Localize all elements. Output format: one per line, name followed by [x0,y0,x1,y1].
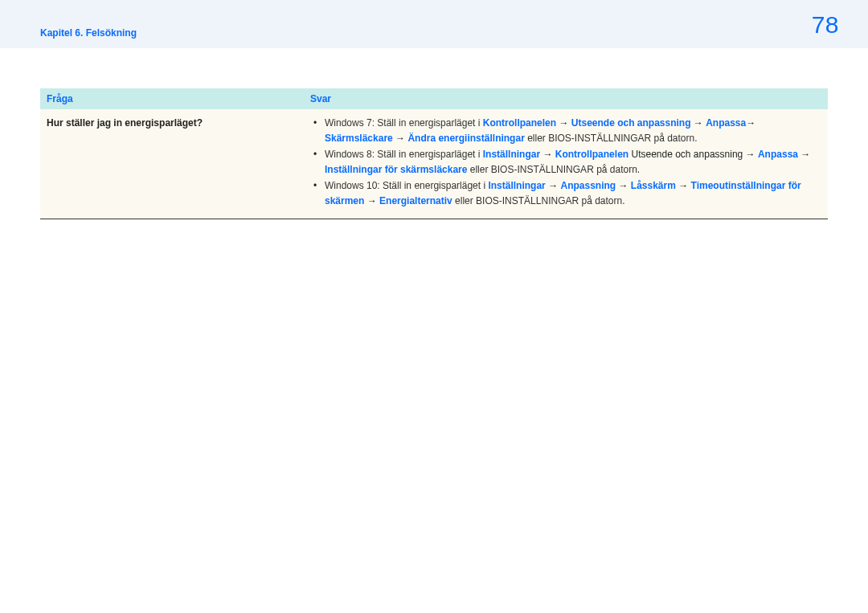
answer-item-win7: Windows 7: Ställ in energisparläget i Ko… [310,116,821,145]
arrow-icon: → [548,180,558,191]
answer-cell: Windows 7: Ställ in energisparläget i Ko… [304,109,828,219]
arrow-icon: → [559,117,568,129]
text: Windows 7: Ställ in energisparläget i [325,117,483,129]
path-step: Skärmsläckare [325,133,393,144]
arrow-icon: → [367,195,377,206]
answer-item-win8: Windows 8: Ställ in energisparläget i In… [310,147,821,177]
col-header-question: Fråga [40,88,304,109]
path-step: Anpassa [706,117,746,129]
path-step: Inställningar [483,149,540,160]
table-row: Hur ställer jag in energisparläget? Wind… [40,109,828,219]
arrow-icon: → [746,117,755,129]
text: Windows 10: Ställ in energisparläget i [325,180,488,191]
arrow-icon: → [800,149,810,160]
header-band: Kapitel 6. Felsökning 78 [0,0,868,48]
col-header-answer: Svar [304,88,828,109]
arrow-icon: → [694,117,703,129]
path-step: Låsskärm [631,180,676,191]
qa-table: Fråga Svar Hur ställer jag in energispar… [40,88,828,219]
arrow-icon: → [395,133,405,144]
text: Windows 8: Ställ in energisparläget i [325,149,483,160]
path-step: Kontrollpanelen [555,149,628,160]
arrow-icon: → [542,149,552,160]
question-cell: Hur ställer jag in energisparläget? [40,109,304,219]
path-step: Energialternativ [379,195,452,206]
path-step: Ändra energiinställningar [407,133,524,144]
answer-list: Windows 7: Ställ in energisparläget i Ko… [310,116,821,209]
path-step: Anpassa [758,149,798,160]
arrow-icon: → [678,180,688,191]
chapter-title: Kapitel 6. Felsökning [40,27,137,39]
path-step: Kontrollpanelen [483,117,556,129]
arrow-icon: → [618,180,628,191]
arrow-icon: → [746,149,755,160]
text: eller BIOS-INSTÄLLNINGAR på datorn. [525,133,698,144]
text: eller BIOS-INSTÄLLNINGAR på datorn. [467,164,640,175]
content-area: Fråga Svar Hur ställer jag in energispar… [0,48,868,219]
page-number: 78 [812,11,839,39]
path-step: Inställningar [488,180,545,191]
path-step: Inställningar för skärmsläckare [325,164,467,175]
answer-item-win10: Windows 10: Ställ in energisparläget i I… [310,178,821,208]
text: eller BIOS-INSTÄLLNINGAR på datorn. [452,195,625,206]
path-step: Utseende och anpassning [571,117,691,129]
arrow-icon: Utseende och anpassning [631,149,743,160]
path-step: Anpassning [560,180,616,191]
